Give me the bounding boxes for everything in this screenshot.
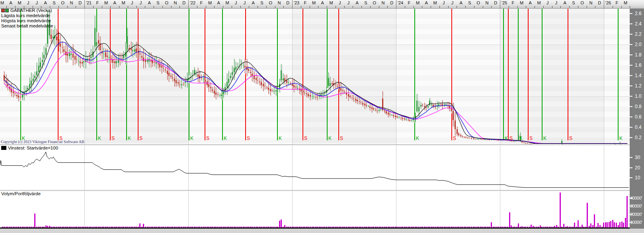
- candle-body: [384, 111, 385, 111]
- volume-bar: [279, 221, 280, 227]
- candle-body: [147, 60, 148, 62]
- buy-signal-letter: K: [224, 136, 227, 141]
- price-band: [0, 14, 630, 19]
- volume-bar: [447, 227, 449, 227]
- candle-shadow: [537, 144, 538, 145]
- year-separator-tick: [84, 0, 85, 9]
- volume-bar: [51, 227, 52, 227]
- month-tick: [93, 6, 94, 8]
- chart-plot-canvas[interactable]: KSKSKSKSKSKSKSKSKSKSKSK: [0, 0, 644, 233]
- month-tick: [214, 6, 215, 8]
- month-tick: [59, 6, 59, 8]
- volume-bar: [292, 227, 293, 227]
- candle-body: [134, 49, 135, 52]
- volume-bar: [330, 227, 331, 227]
- candle-body: [301, 89, 302, 92]
- candle-body: [482, 139, 483, 140]
- candle-body: [174, 79, 175, 81]
- bottom-strip: [0, 229, 644, 233]
- volume-bar: [455, 227, 456, 227]
- volume-bar: [609, 222, 610, 227]
- volume-bar: [139, 223, 141, 227]
- volume-bar: [484, 227, 485, 227]
- candle-body: [36, 71, 37, 75]
- volume-bar: [208, 227, 209, 227]
- scale-tick-label: 20: [635, 165, 640, 171]
- volume-bar: [301, 227, 302, 227]
- volume-bar: [543, 227, 544, 227]
- month-label: A: [425, 0, 428, 5]
- volume-bar: [538, 227, 539, 227]
- volume-bar: [78, 227, 79, 227]
- candle-body: [375, 110, 376, 110]
- month-label: F: [200, 0, 203, 5]
- candle-body: [179, 84, 180, 85]
- volume-bar: [498, 227, 499, 227]
- candle-body: [243, 65, 244, 66]
- candle-body: [357, 100, 358, 101]
- candle-body: [226, 82, 228, 88]
- candle-shadow: [549, 144, 550, 145]
- candle-shadow: [609, 144, 610, 145]
- month-label: O: [476, 0, 480, 5]
- candle-body: [487, 140, 488, 140]
- volume-bar: [308, 227, 309, 227]
- volume-bar: [534, 227, 535, 227]
- volume-bar: [172, 227, 173, 227]
- candle-body: [237, 66, 238, 67]
- candle-shadow: [603, 144, 605, 145]
- month-tick: [491, 6, 492, 8]
- volume-bar: [601, 227, 603, 227]
- legend-symbol-row: GABATHER (Vecka): [1, 8, 53, 13]
- candle-body: [201, 78, 202, 78]
- candle-body: [513, 141, 514, 142]
- candle-shadow: [616, 144, 617, 145]
- month-tick: [318, 6, 318, 8]
- sell-signal-letter: S: [509, 136, 513, 141]
- volume-bar: [145, 227, 146, 227]
- candle-body: [348, 94, 349, 97]
- month-label: M: [225, 0, 229, 5]
- volume-bar: [94, 227, 96, 227]
- month-tick: [223, 6, 223, 8]
- volume-bar: [623, 223, 624, 227]
- candle-body: [451, 107, 452, 111]
- volume-bar: [328, 227, 329, 227]
- candle-body: [400, 118, 402, 118]
- volume-bar: [529, 227, 530, 227]
- month-tick: [595, 6, 595, 8]
- candle-body: [310, 95, 311, 97]
- volume-bar: [525, 227, 526, 227]
- candle-body: [388, 113, 389, 115]
- volume-bar: [507, 227, 508, 227]
- price-scale-bar[interactable]: 0.20.40.60.81.01.21.41.61.82.02.22.42.61…: [630, 9, 644, 229]
- candle-shadow: [567, 144, 568, 145]
- year-separator-tick: [500, 0, 500, 9]
- scale-tick-label: 2.2: [635, 31, 642, 37]
- buy-signal-letter: K: [505, 136, 508, 141]
- year-separator-tick: [604, 0, 604, 9]
- scale-tick: [630, 167, 632, 168]
- profit-panel-bg: [0, 146, 630, 190]
- year-separator-tick: [292, 0, 293, 9]
- candle-shadow: [551, 144, 552, 145]
- month-label: A: [217, 0, 220, 5]
- candle-body: [304, 93, 305, 93]
- month-label: N: [589, 0, 593, 5]
- candle-body: [114, 61, 115, 63]
- candle-body: [203, 79, 204, 79]
- volume-bar: [228, 227, 229, 227]
- time-axis[interactable]: MAMJJASOND'21FMAMJJASOND'22FMAMJJASOND'2…: [0, 0, 644, 9]
- volume-bar: [132, 227, 133, 227]
- volume-bar: [567, 226, 568, 227]
- candle-shadow: [556, 144, 558, 145]
- candle-body: [295, 87, 297, 87]
- volume-bar: [583, 227, 584, 227]
- volume-bar: [103, 227, 104, 227]
- volume-bar: [304, 227, 305, 227]
- volume-bar: [121, 227, 123, 227]
- month-tick: [67, 6, 68, 8]
- month-tick: [613, 6, 613, 8]
- scale-tick: [630, 96, 632, 97]
- volume-bar: [90, 227, 92, 227]
